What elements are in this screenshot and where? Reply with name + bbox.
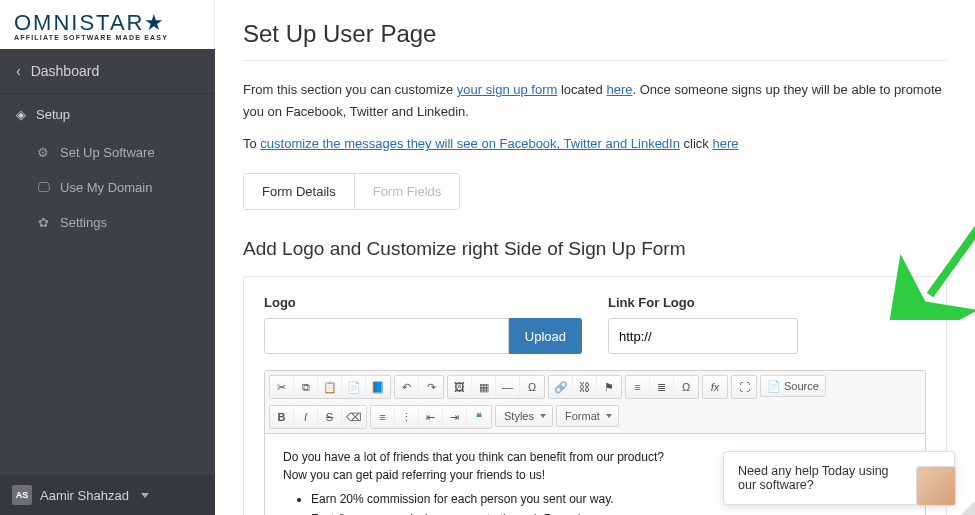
table-icon[interactable]: ▦ [472, 376, 496, 398]
tab-form-fields[interactable]: Form Fields [355, 174, 460, 209]
sliders-icon: ⚙ [36, 145, 50, 160]
paste-text-icon[interactable]: 📄 [342, 376, 366, 398]
editor-toolbar: ✂ ⧉ 📋 📄 📘 ↶ ↷ 🖼 ▦ — Ω [265, 371, 925, 434]
nav-item-use-my-domain[interactable]: 🖵 Use My Domain [0, 170, 215, 205]
signup-here-link[interactable]: here [606, 82, 632, 97]
dashboard-icon: ◈ [16, 107, 26, 122]
nav-back-label: Dashboard [31, 63, 100, 79]
intro-paragraph-2: To customize the messages they will see … [243, 133, 947, 155]
indent-icon[interactable]: ⇥ [443, 406, 467, 428]
unlink-icon[interactable]: ⛓ [573, 376, 597, 398]
customize-here-link[interactable]: here [712, 136, 738, 151]
brand-tagline: AFFILIATE SOFTWARE MADE EASY [14, 34, 200, 41]
redo-icon[interactable]: ↷ [419, 376, 443, 398]
gear-icon: ✿ [36, 215, 50, 230]
hr-icon[interactable]: — [496, 376, 520, 398]
source-button[interactable]: 📄 Source [760, 375, 826, 397]
numbered-list-icon[interactable]: ≡ [371, 406, 395, 428]
fx-button[interactable]: fx [703, 376, 727, 398]
brand-name: OMNISTAR★ [14, 10, 200, 36]
special-char-icon[interactable]: Ω [520, 376, 544, 398]
styles-select[interactable]: Styles [495, 405, 553, 427]
nav-section-setup[interactable]: ◈ Setup [0, 94, 215, 135]
strike-button[interactable]: S [318, 406, 342, 428]
resize-handle-icon[interactable] [961, 501, 975, 515]
nav-back-dashboard[interactable]: ‹ Dashboard [0, 49, 215, 94]
main-content: Set Up User Page From this section you c… [215, 0, 975, 515]
section-title: Add Logo and Customize right Side of Sig… [243, 238, 947, 260]
nav-item-label: Use My Domain [60, 180, 152, 195]
tabs: Form Details Form Fields [243, 173, 460, 210]
tab-form-details[interactable]: Form Details [244, 174, 355, 209]
bullet-list-icon[interactable]: ⋮ [395, 406, 419, 428]
chat-message: Need any help Today using our software? [738, 464, 940, 492]
nav-item-label: Settings [60, 215, 107, 230]
image-icon[interactable]: 🖼 [448, 376, 472, 398]
brand-logo: OMNISTAR★ AFFILIATE SOFTWARE MADE EASY [0, 0, 215, 49]
cut-icon[interactable]: ✂ [270, 376, 294, 398]
nav-item-settings[interactable]: ✿ Settings [0, 205, 215, 240]
link-icon[interactable]: 🔗 [549, 376, 573, 398]
caret-down-icon [141, 493, 149, 498]
logo-file-input[interactable] [264, 318, 509, 354]
logo-label: Logo [264, 295, 582, 310]
undo-icon[interactable]: ↶ [395, 376, 419, 398]
blockquote-icon[interactable]: ❝ [467, 406, 491, 428]
link-for-logo-label: Link For Logo [608, 295, 926, 310]
monitor-icon: 🖵 [36, 180, 50, 195]
signup-form-link[interactable]: your sign up form [457, 82, 557, 97]
paste-icon[interactable]: 📋 [318, 376, 342, 398]
upload-button[interactable]: Upload [509, 318, 582, 354]
paste-word-icon[interactable]: 📘 [366, 376, 390, 398]
user-name: Aamir Shahzad [40, 488, 129, 503]
outdent-icon[interactable]: ⇤ [419, 406, 443, 428]
editor-bullet: Fast & easy commission payments through … [311, 510, 907, 515]
chat-agent-avatar [916, 466, 956, 506]
chevron-left-icon: ‹ [16, 63, 21, 79]
copy-icon[interactable]: ⧉ [294, 376, 318, 398]
bold-button[interactable]: B [270, 406, 294, 428]
italic-button[interactable]: I [294, 406, 318, 428]
user-menu[interactable]: AS Aamir Shahzad [0, 475, 215, 515]
remove-format-button[interactable]: ⌫ [342, 406, 366, 428]
maximize-icon[interactable]: ⛶ [732, 376, 756, 398]
intro-paragraph-1: From this section you can customize your… [243, 79, 947, 123]
omega-icon[interactable]: Ω [674, 376, 698, 398]
nav-section-label: Setup [36, 107, 70, 122]
source-icon: 📄 [767, 380, 781, 393]
nav-item-label: Set Up Software [60, 145, 155, 160]
chat-widget[interactable]: Need any help Today using our software? [723, 451, 955, 505]
logo-link-input[interactable] [608, 318, 798, 354]
align-left-icon[interactable]: ≡ [626, 376, 650, 398]
sidebar: OMNISTAR★ AFFILIATE SOFTWARE MADE EASY ‹… [0, 0, 215, 515]
customize-messages-link[interactable]: customize the messages they will see on … [260, 136, 680, 151]
nav-item-setup-software[interactable]: ⚙ Set Up Software [0, 135, 215, 170]
anchor-icon[interactable]: ⚑ [597, 376, 621, 398]
page-title: Set Up User Page [243, 20, 947, 61]
user-avatar: AS [12, 485, 32, 505]
align-center-icon[interactable]: ≣ [650, 376, 674, 398]
format-select[interactable]: Format [556, 405, 619, 427]
